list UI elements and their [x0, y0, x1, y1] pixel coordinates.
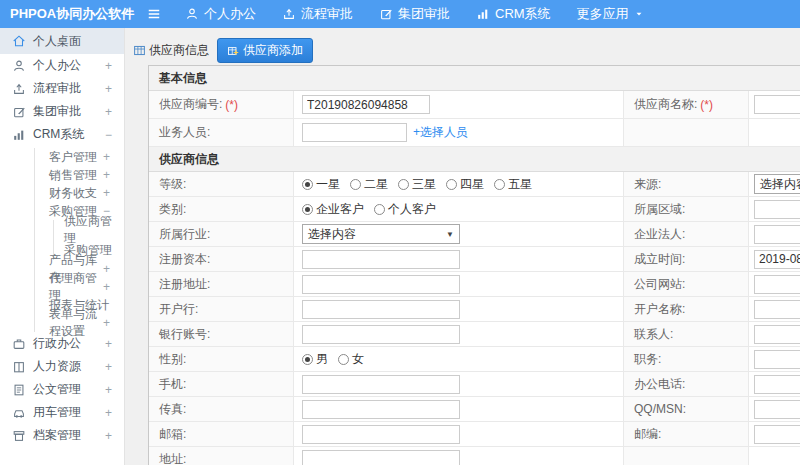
table-add-icon — [227, 45, 239, 57]
expand-toggle[interactable]: + — [105, 59, 112, 73]
tab-supplier-add[interactable]: 供应商添加 — [217, 38, 313, 63]
form-row: 传真: QQ/MSN: — [149, 397, 800, 422]
expand-toggle[interactable]: + — [105, 82, 112, 96]
staff-label: 业务人员: — [159, 124, 210, 141]
sidebar-item-personal-desktop[interactable]: 个人桌面 — [0, 28, 124, 54]
sidebar-item-customer-management[interactable]: 客户管理 + — [35, 148, 124, 166]
bank-input[interactable] — [302, 300, 460, 319]
form-row: 供应商编号: (*) 供应商名称: (*) — [149, 91, 800, 119]
tab-supplier-info[interactable]: 供应商信息 — [133, 42, 209, 59]
archive-icon — [12, 429, 26, 443]
caret-down-icon — [634, 9, 644, 19]
form-row: 地址: — [149, 447, 800, 465]
chart-icon — [12, 128, 26, 142]
radio-level-4[interactable] — [446, 179, 457, 190]
radio-enterprise-customer[interactable] — [302, 204, 313, 215]
user-icon — [185, 7, 199, 21]
crm-submenu: 客户管理 + 销售管理 + 财务收支 + 采购管理 − 供应商管理 采购管理 产… — [34, 148, 124, 332]
tab-bar: 供应商信息 供应商添加 — [125, 28, 800, 64]
home-icon — [12, 34, 26, 48]
form-row: 开户行: 开户名称: — [149, 297, 800, 322]
required-mark: (*) — [700, 98, 713, 112]
nav-more-apps[interactable]: 更多应用 — [577, 5, 644, 23]
email-input[interactable] — [302, 425, 460, 444]
required-mark: (*) — [225, 98, 238, 112]
section-header-supplier: 供应商信息 — [149, 147, 800, 172]
main-content: 供应商信息 供应商添加 基本信息 供应商编号: (*) 供应商名称: (*) — [125, 28, 800, 465]
address-input[interactable] — [302, 450, 460, 465]
briefcase-icon — [12, 337, 26, 351]
sidebar-item-supplier-management[interactable]: 供应商管理 — [54, 220, 124, 240]
registered-capital-input[interactable] — [302, 250, 460, 269]
legal-person-input[interactable] — [754, 225, 800, 244]
radio-male[interactable] — [302, 354, 313, 365]
sidebar-item-crm-system[interactable]: CRM系统 − — [0, 123, 124, 146]
sidebar: 个人桌面 个人办公 + 流程审批 + 集团审批 + CRM系统 − 客户管理 +… — [0, 28, 125, 465]
sidebar-item-document-management[interactable]: 公文管理 + — [0, 378, 124, 401]
nav-crm-system[interactable]: CRM系统 — [476, 5, 551, 23]
mobile-input[interactable] — [302, 375, 460, 394]
sidebar-item-personal-office[interactable]: 个人办公 + — [0, 54, 124, 77]
account-name-input[interactable] — [754, 300, 800, 319]
process-icon — [12, 82, 26, 96]
edit-icon — [12, 105, 26, 119]
radio-level-3[interactable] — [398, 179, 409, 190]
radio-level-1[interactable] — [302, 179, 313, 190]
form-row: 业务人员: +选择人员 — [149, 119, 800, 147]
table-icon — [133, 44, 146, 57]
staff-input[interactable] — [302, 123, 407, 142]
supplier-add-form: 基本信息 供应商编号: (*) 供应商名称: (*) 业务人员: — [148, 65, 800, 465]
user-icon — [12, 59, 26, 73]
sidebar-item-finance[interactable]: 财务收支 + — [35, 184, 124, 202]
chart-icon — [476, 7, 490, 21]
form-row: 等级: 一星 二星 三星 四星 五星 来源: 选择内容 ▼ — [149, 172, 800, 197]
radio-female[interactable] — [338, 354, 349, 365]
top-navigation: 个人办公 流程审批 集团审批 CRM系统 更多应用 — [185, 5, 644, 23]
sidebar-item-sales-management[interactable]: 销售管理 + — [35, 166, 124, 184]
topbar: PHPOA协同办公软件 个人办公 流程审批 集团审批 CRM系统 更多应用 — [0, 0, 800, 28]
sidebar-item-administration[interactable]: 行政办公 + — [0, 332, 124, 355]
office-phone-input[interactable] — [754, 375, 800, 394]
position-input[interactable] — [754, 350, 800, 369]
postcode-input[interactable] — [754, 425, 800, 444]
expand-toggle[interactable]: + — [105, 105, 112, 119]
sidebar-item-vehicle-management[interactable]: 用车管理 + — [0, 401, 124, 424]
menu-toggle-button[interactable] — [147, 7, 161, 21]
founding-date-input[interactable] — [754, 250, 800, 269]
sidebar-item-form-process-settings[interactable]: 表单与流程设置+ — [35, 314, 124, 332]
form-row: 所属行业: 选择内容 ▼ 企业法人: — [149, 222, 800, 247]
nav-process-approval[interactable]: 流程审批 — [282, 5, 353, 23]
radio-individual-customer[interactable] — [374, 204, 385, 215]
region-input[interactable] — [754, 200, 800, 219]
fax-input[interactable] — [302, 400, 460, 419]
sidebar-item-agent-management[interactable]: 代理商管理 + — [35, 278, 124, 296]
radio-level-2[interactable] — [350, 179, 361, 190]
supplier-code-label: 供应商编号: — [159, 96, 222, 113]
collapse-toggle[interactable]: − — [105, 128, 112, 142]
sidebar-item-group-approval[interactable]: 集团审批 + — [0, 100, 124, 123]
industry-select[interactable]: 选择内容 ▼ — [302, 224, 460, 244]
process-icon — [282, 7, 296, 21]
supplier-name-input[interactable] — [754, 95, 800, 114]
contact-person-input[interactable] — [754, 325, 800, 344]
sidebar-item-human-resources[interactable]: 人力资源 + — [0, 355, 124, 378]
company-website-input[interactable] — [754, 275, 800, 294]
nav-personal-office[interactable]: 个人办公 — [185, 5, 256, 23]
sidebar-item-process-approval[interactable]: 流程审批 + — [0, 77, 124, 100]
supplier-code-input[interactable] — [302, 95, 430, 114]
qq-msn-input[interactable] — [754, 400, 800, 419]
form-row: 注册地址: 公司网站: — [149, 272, 800, 297]
supplier-name-label: 供应商名称: — [634, 96, 697, 113]
radio-level-5[interactable] — [494, 179, 505, 190]
gender-radio-group: 男 女 — [294, 347, 624, 371]
form-row: 邮箱: 邮编: — [149, 422, 800, 447]
sidebar-item-archive-management[interactable]: 档案管理 + — [0, 424, 124, 447]
registered-address-input[interactable] — [302, 275, 460, 294]
section-header-basic: 基本信息 — [149, 66, 800, 91]
book-icon — [12, 360, 26, 374]
form-row: 性别: 男 女 职务: — [149, 347, 800, 372]
source-select[interactable]: 选择内容 ▼ — [754, 174, 800, 194]
bank-account-input[interactable] — [302, 325, 460, 344]
choose-staff-link[interactable]: +选择人员 — [413, 124, 468, 141]
nav-group-approval[interactable]: 集团审批 — [379, 5, 450, 23]
